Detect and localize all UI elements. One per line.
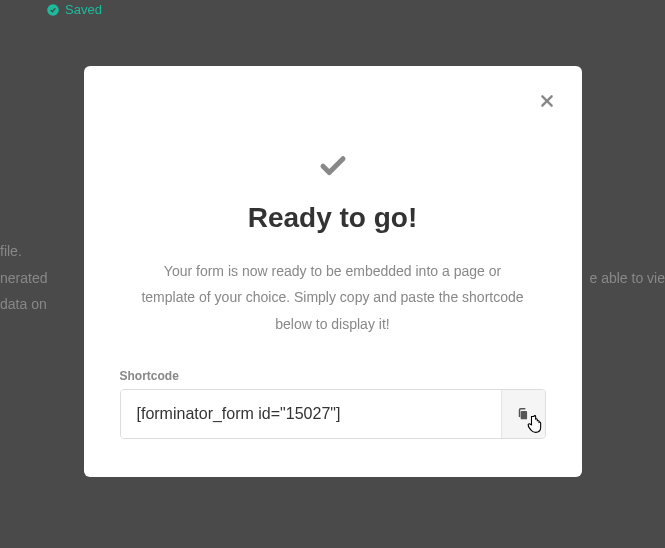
- shortcode-section: Shortcode: [84, 369, 582, 439]
- modal-title: Ready to go!: [84, 202, 582, 234]
- shortcode-field: [120, 389, 546, 439]
- modal-description: Your form is now ready to be embedded in…: [84, 258, 582, 338]
- modal: Ready to go! Your form is now ready to b…: [84, 66, 582, 478]
- check-icon: [318, 150, 348, 180]
- close-icon: [539, 93, 555, 109]
- svg-rect-3: [521, 411, 527, 419]
- shortcode-input[interactable]: [121, 390, 501, 438]
- modal-overlay: Ready to go! Your form is now ready to b…: [0, 0, 665, 548]
- copy-button[interactable]: [501, 390, 545, 438]
- close-button[interactable]: [532, 86, 562, 116]
- copy-icon: [516, 406, 530, 422]
- shortcode-label: Shortcode: [120, 369, 546, 383]
- success-icon: [84, 150, 582, 180]
